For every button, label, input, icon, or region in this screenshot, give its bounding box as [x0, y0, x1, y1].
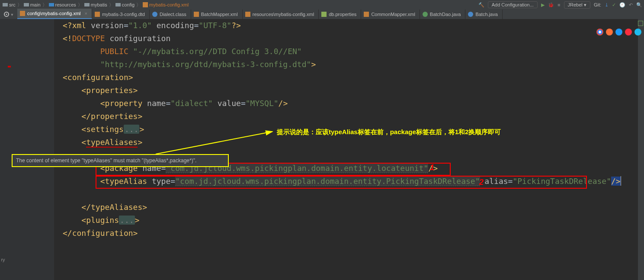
jrebel-button[interactable]: JRebel ▾ — [564, 1, 590, 9]
svg-point-15 — [423, 12, 428, 17]
debug-icon[interactable]: 🐞 — [548, 2, 554, 8]
java-file-icon — [468, 12, 473, 17]
code-line: <typeAliases> — [54, 136, 638, 149]
tab-mybatis-config[interactable]: config\mybatis-config.xml× — [17, 9, 92, 19]
git-update-icon[interactable]: ⤓ — [605, 2, 609, 8]
editor-tabs: config\mybatis-config.xml× mybatis-3-con… — [17, 10, 644, 19]
svg-rect-5 — [143, 2, 148, 7]
code-line: <configuration> — [54, 71, 638, 84]
minimap[interactable] — [638, 19, 644, 280]
svg-point-16 — [468, 12, 473, 17]
svg-rect-12 — [245, 12, 250, 17]
xml-file-icon — [143, 2, 148, 7]
add-configuration-button[interactable]: Add Configuration... — [488, 1, 538, 8]
tab-gear-strip: ▾ — [0, 10, 17, 19]
code-line: <property name="dialect" value="MYSQL"/> — [54, 97, 638, 110]
firefox-icon[interactable] — [606, 29, 613, 35]
annotation-box-2 — [96, 176, 587, 189]
error-strip — [8, 19, 11, 280]
breadcrumb-item[interactable]: mybatis — [84, 2, 107, 7]
breadcrumb-item[interactable]: src — [3, 2, 16, 7]
tool-window-label[interactable]: ry — [0, 257, 6, 262]
run-icon[interactable]: ▶ — [541, 2, 545, 8]
code-line-blank — [54, 188, 638, 201]
annotation-number-2: 2 — [479, 178, 484, 187]
svg-rect-11 — [194, 12, 199, 17]
code-line: <?xml version="1.0" encoding="UTF-8"?> — [54, 19, 638, 32]
tab-db-properties[interactable]: db.properties — [319, 10, 361, 19]
chrome-icon[interactable] — [596, 29, 603, 35]
xml-file-icon — [194, 12, 199, 17]
breadcrumb-item[interactable]: mybatis-config.xml — [143, 2, 189, 7]
tab-resources-mybatis-config[interactable]: resources\mybatis-config.xml — [243, 10, 319, 19]
code-line: </configuration> — [54, 227, 638, 240]
stop-icon[interactable]: ■ — [557, 2, 561, 7]
annotation-gutter — [24, 19, 31, 280]
gear-icon[interactable] — [3, 11, 10, 17]
svg-rect-8 — [20, 11, 25, 16]
git-revert-icon[interactable]: ↶ — [629, 2, 633, 8]
build-icon[interactable]: 🔨 — [478, 2, 484, 8]
annotation-number-1: 1 — [430, 163, 434, 172]
error-mark — [8, 66, 11, 68]
git-label: Git: — [594, 2, 601, 7]
code-line: PUBLIC "-//mybatis.org//DTD Config 3.0//… — [54, 45, 638, 58]
inspection-status-icon — [638, 21, 643, 26]
ie-icon[interactable] — [634, 29, 641, 35]
search-icon[interactable]: 🔍 — [636, 2, 642, 8]
browser-icons — [596, 29, 641, 35]
breadcrumb-item[interactable]: main — [24, 2, 41, 7]
xml-file-icon — [20, 11, 25, 16]
folder-icon — [3, 2, 8, 7]
svg-rect-9 — [95, 12, 100, 17]
svg-rect-1 — [24, 3, 29, 6]
chevron-down-icon[interactable]: ▾ — [10, 11, 14, 18]
gutter-left — [0, 19, 24, 280]
tab-mybatis-3-config-dtd[interactable]: mybatis-3-config.dtd — [92, 10, 150, 19]
dtd-file-icon — [95, 12, 100, 17]
code-line: </typeAliases> — [54, 201, 638, 214]
chevron-right-icon: 〉 — [17, 2, 22, 8]
svg-rect-0 — [3, 3, 8, 6]
git-commit-icon[interactable]: ✓ — [612, 2, 616, 8]
code-line: "http://mybatis.org/dtd/mybatis-3-config… — [54, 58, 638, 71]
close-icon[interactable]: × — [85, 11, 87, 16]
code-line: <plugins...> — [54, 214, 638, 227]
tab-batchmapper-xml[interactable]: BatchMapper.xml — [191, 10, 243, 19]
svg-rect-3 — [84, 3, 90, 6]
java-file-icon — [423, 12, 428, 17]
code-line: </properties> — [54, 110, 638, 123]
properties-file-icon — [321, 12, 327, 17]
line-number-gutter[interactable]: 1 2 3 4 5 6 7 8 9 18 21 22 23 24 45 ▶ — [30, 19, 54, 280]
chevron-right-icon: 〉 — [109, 2, 114, 8]
annotation-text: 提示说的是：应该typeAlias标签在前，package标签在后，将1和2换顺… — [277, 128, 501, 136]
code-line: <properties> — [54, 84, 638, 97]
opera-icon[interactable] — [625, 29, 632, 35]
error-tooltip: The content of element type "typeAliases… — [12, 154, 229, 167]
folder-icon — [115, 2, 121, 7]
svg-rect-2 — [49, 3, 54, 6]
svg-rect-4 — [115, 3, 121, 6]
svg-point-10 — [152, 12, 157, 17]
safari-icon[interactable] — [615, 29, 622, 35]
folder-icon — [24, 2, 29, 7]
tab-batch-java[interactable]: Batch.java — [465, 10, 502, 19]
chevron-right-icon: 〉 — [136, 2, 141, 8]
class-file-icon — [152, 12, 157, 17]
code-line: <!DOCTYPE configuration — [54, 32, 638, 45]
xml-file-icon — [245, 12, 250, 17]
breadcrumb-bar: src〉 main〉 resources〉 mybatis〉 config〉 m… — [0, 0, 644, 10]
svg-rect-13 — [321, 12, 327, 17]
breadcrumb-item[interactable]: config — [115, 2, 135, 7]
folder-icon — [84, 2, 90, 7]
tab-commonmapper-xml[interactable]: CommonMapper.xml — [361, 10, 420, 19]
code-editor[interactable]: <?xml version="1.0" encoding="UTF-8"?> <… — [54, 19, 638, 280]
text-caret — [621, 176, 621, 186]
git-history-icon[interactable]: 🕘 — [619, 2, 625, 8]
chevron-right-icon: 〉 — [78, 2, 83, 8]
folder-icon — [49, 2, 54, 7]
tab-dialect-class[interactable]: Dialect.class — [150, 10, 191, 19]
tab-batchdao-java[interactable]: BatchDao.java — [420, 10, 466, 19]
breadcrumb-item[interactable]: resources — [49, 2, 76, 7]
toolbar-right: 🔨 Add Configuration... ▶ 🐞 ■ JRebel ▾ Gi… — [478, 0, 642, 10]
